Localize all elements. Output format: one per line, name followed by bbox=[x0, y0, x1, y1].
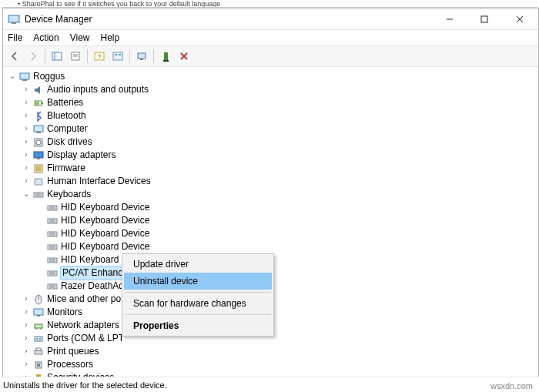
ctx-scan-hardware[interactable]: Scan for hardware changes bbox=[124, 295, 272, 312]
ctx-properties[interactable]: Properties bbox=[124, 317, 272, 334]
tree-category[interactable]: ›Display adapters bbox=[8, 149, 538, 162]
close-button[interactable] bbox=[501, 8, 538, 29]
svg-rect-27 bbox=[34, 126, 43, 132]
menu-view[interactable]: View bbox=[70, 32, 90, 43]
ctx-update-driver[interactable]: Update driver bbox=[124, 256, 272, 273]
toolbar: ? bbox=[3, 45, 538, 67]
computer-icon bbox=[18, 71, 31, 83]
tree-category[interactable]: ›Processors bbox=[8, 358, 538, 371]
app-icon bbox=[8, 13, 20, 25]
svg-rect-45 bbox=[48, 232, 57, 236]
hid-icon bbox=[32, 176, 45, 188]
statusbar: Uninstalls the driver for the selected d… bbox=[0, 377, 539, 392]
device-label: HID Keyboard Device bbox=[61, 214, 149, 227]
category-label: Mice and other po bbox=[47, 293, 121, 306]
svg-rect-67 bbox=[35, 337, 42, 341]
svg-rect-71 bbox=[36, 348, 41, 350]
show-hide-console-icon[interactable] bbox=[49, 48, 65, 65]
context-menu: Update driver Uninstall device Scan for … bbox=[122, 253, 274, 337]
network-icon bbox=[32, 320, 45, 332]
add-legacy-icon[interactable] bbox=[157, 48, 174, 65]
tree-category[interactable]: ›Disk drives bbox=[8, 136, 538, 149]
category-label: Bluetooth bbox=[47, 109, 86, 122]
view-icon[interactable] bbox=[109, 48, 126, 65]
keyboard-icon bbox=[46, 215, 59, 227]
device-label: Razer DeathAd bbox=[61, 280, 124, 293]
nav-forward-button[interactable] bbox=[25, 48, 42, 65]
ctx-separator bbox=[125, 292, 271, 293]
tree-category[interactable]: ⌄Keyboards bbox=[8, 188, 538, 201]
nav-back-button[interactable] bbox=[6, 48, 23, 65]
titlebar: Device Manager bbox=[3, 8, 538, 30]
svg-rect-64 bbox=[35, 324, 42, 328]
category-label: Display adapters bbox=[47, 149, 116, 162]
category-label: Monitors bbox=[47, 306, 82, 319]
watermark: wsxdn.com bbox=[490, 381, 533, 390]
svg-rect-32 bbox=[37, 158, 40, 159]
category-label: Computer bbox=[47, 122, 88, 136]
scan-hardware-icon[interactable] bbox=[133, 48, 150, 65]
audio-icon bbox=[32, 84, 45, 96]
keyboard-icon bbox=[46, 202, 59, 214]
tree-device[interactable]: HID Keyboard Device bbox=[8, 214, 538, 227]
tree-category[interactable]: ›Print queues bbox=[8, 345, 538, 358]
svg-rect-17 bbox=[140, 59, 143, 60]
properties-icon[interactable] bbox=[67, 48, 84, 65]
category-label: Human Interface Devices bbox=[47, 175, 151, 188]
keyboard-icon bbox=[46, 228, 59, 240]
monitor-icon bbox=[32, 307, 45, 319]
keyboard-icon bbox=[46, 280, 59, 293]
device-label: HID Keyboard Device bbox=[61, 240, 149, 253]
ctx-uninstall-device[interactable]: Uninstall device bbox=[124, 273, 272, 290]
tree-category[interactable]: ›Security devices bbox=[8, 371, 538, 377]
tree-category[interactable]: ›Computer bbox=[8, 122, 538, 136]
svg-rect-1 bbox=[12, 22, 16, 24]
help-icon[interactable]: ? bbox=[91, 48, 108, 65]
minimize-button[interactable] bbox=[432, 8, 467, 29]
keyboard-icon bbox=[46, 241, 59, 253]
svg-point-69 bbox=[39, 338, 41, 340]
tree-category[interactable]: ›Audio inputs and outputs bbox=[8, 83, 538, 96]
menu-file[interactable]: File bbox=[8, 32, 22, 43]
tree-root[interactable]: ⌄Roggus bbox=[8, 70, 538, 83]
device-label: HID Keyboard Device bbox=[61, 201, 149, 214]
maximize-button[interactable] bbox=[467, 8, 501, 29]
svg-rect-48 bbox=[48, 245, 57, 250]
tree-category[interactable]: ›Batteries bbox=[8, 96, 538, 109]
svg-rect-28 bbox=[36, 132, 41, 133]
svg-rect-54 bbox=[48, 271, 57, 276]
menu-help[interactable]: Help bbox=[101, 32, 120, 43]
tree-category[interactable]: ›Bluetooth bbox=[8, 109, 538, 122]
tree-device[interactable]: HID Keyboard Device bbox=[8, 227, 538, 240]
svg-point-30 bbox=[36, 140, 41, 145]
category-label: Print queues bbox=[47, 345, 99, 358]
category-label: Keyboards bbox=[47, 188, 91, 201]
category-label: Security devices bbox=[47, 371, 114, 377]
firmware-icon bbox=[32, 162, 45, 175]
svg-rect-26 bbox=[35, 102, 39, 105]
tree-device[interactable]: HID Keyboard Device bbox=[8, 240, 538, 253]
port-icon bbox=[32, 333, 45, 345]
svg-rect-73 bbox=[37, 364, 40, 367]
svg-rect-3 bbox=[481, 16, 487, 22]
svg-rect-22 bbox=[20, 73, 29, 79]
category-label: Audio inputs and outputs bbox=[47, 83, 149, 96]
svg-rect-51 bbox=[48, 258, 57, 263]
display-icon bbox=[32, 149, 45, 162]
menu-action[interactable]: Action bbox=[33, 32, 59, 43]
menubar: File Action View Help bbox=[3, 30, 538, 45]
tree-category[interactable]: ›Firmware bbox=[8, 162, 538, 175]
svg-rect-0 bbox=[8, 15, 19, 22]
svg-rect-25 bbox=[42, 102, 43, 104]
computer-icon bbox=[32, 123, 45, 136]
category-label: Network adapters bbox=[47, 319, 119, 332]
tree-device[interactable]: HID Keyboard Device bbox=[8, 201, 538, 214]
tree-category[interactable]: ›Human Interface Devices bbox=[8, 175, 538, 188]
uninstall-icon[interactable] bbox=[176, 48, 192, 65]
battery-icon bbox=[32, 97, 45, 109]
category-label: Firmware bbox=[47, 162, 85, 175]
category-label: Disk drives bbox=[47, 136, 92, 149]
svg-rect-34 bbox=[36, 166, 41, 171]
root-label: Roggus bbox=[33, 70, 65, 83]
svg-rect-16 bbox=[138, 53, 146, 59]
